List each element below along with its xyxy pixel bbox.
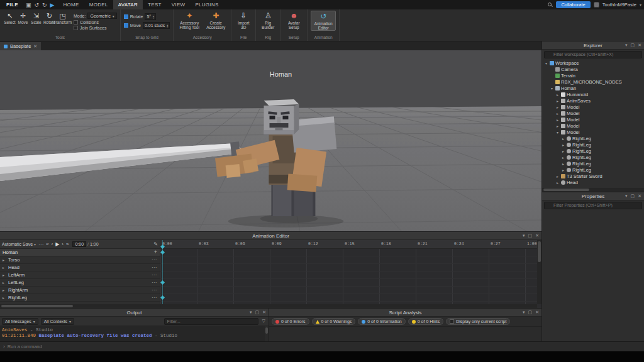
output-header[interactable]: Output ▾ ▢ ✕ — [0, 309, 269, 317]
messages-filter-dropdown[interactable]: All Messages ▾ — [2, 318, 38, 325]
create-accessory-button[interactable]: ✚ Create Accessory — [204, 11, 228, 30]
expand-arrow-icon[interactable]: ▸ — [555, 118, 560, 122]
output-vertical-scrollbar[interactable] — [265, 326, 269, 341]
timeline-vertical-scrollbar[interactable] — [537, 240, 541, 304]
tree-item-rightleg[interactable]: ▸RightLeg — [542, 154, 644, 160]
close-panel-icon[interactable]: ✕ — [535, 233, 539, 238]
tracklist-horizontal-scrollbar[interactable] — [0, 304, 160, 308]
tree-item-model[interactable]: ▸Model — [542, 123, 644, 129]
track-row-rightleg[interactable]: ▸RightLeg⋯ — [0, 294, 160, 302]
ribbon-button-move[interactable]: ✛Move — [16, 11, 30, 25]
panel-menu-icon[interactable]: ▾ — [625, 43, 628, 48]
properties-header[interactable]: Properties ▾ ▢ ✕ — [542, 192, 644, 200]
tree-item-model[interactable]: ▸Model — [542, 104, 644, 110]
expand-arrow-icon[interactable]: ▸ — [3, 295, 7, 300]
track-options-icon[interactable]: ⋯ — [152, 272, 157, 278]
expand-arrow-icon[interactable]: ▸ — [3, 265, 7, 270]
stepper-arrows-icon[interactable]: ▴▾ — [167, 24, 168, 28]
add-track-icon[interactable]: + — [154, 250, 157, 255]
track-row-leftleg[interactable]: ▸LeftLeg⋯ — [0, 279, 160, 287]
expand-arrow-icon[interactable]: ▸ — [555, 180, 560, 185]
panel-menu-icon[interactable]: ▾ — [523, 233, 525, 238]
snap-rotate-stepper[interactable]: 5° ▴▾ — [145, 13, 156, 20]
filter-funnel-icon[interactable]: ▽ — [262, 319, 265, 324]
stepper-arrows-icon[interactable]: ▴▾ — [153, 15, 154, 19]
track-row-rightarm[interactable]: ▸RightArm⋯ — [0, 287, 160, 294]
animation-editor-button[interactable]: ↺ Animation Editor — [311, 11, 336, 31]
play-icon[interactable]: ▶ — [55, 242, 59, 247]
script-analysis-chip-information[interactable]: 0 of 0 Information — [358, 318, 405, 325]
accessory-fitting-tool-button[interactable]: ✦ Accessory Fitting Tool — [177, 11, 202, 30]
expand-arrow-icon[interactable]: ▸ — [561, 168, 565, 172]
tree-item-terrain[interactable]: Terrain — [542, 72, 644, 79]
autosave-dropdown[interactable]: Automatic Save ▾ — [2, 242, 36, 246]
tree-item-homan[interactable]: ▾Homan — [542, 85, 644, 91]
username-label[interactable]: ToothInM9Paste — [602, 2, 636, 8]
tree-item-animsaves[interactable]: ▸AnimSaves — [542, 97, 644, 104]
tree-item-workspace[interactable]: ▾Workspace — [542, 60, 644, 66]
total-time-field[interactable]: 1:00 — [90, 242, 99, 246]
snap-move-stepper[interactable]: 0.01 studs ▴▾ — [143, 22, 170, 29]
timeline-body[interactable] — [160, 249, 537, 304]
skip-to-start-icon[interactable]: « — [46, 242, 48, 247]
tree-item-camera[interactable]: Camera — [542, 66, 644, 72]
tree-item-model[interactable]: ▾Model — [542, 129, 644, 135]
script-analysis-chip-hints[interactable]: 0 of 0 Hints — [408, 318, 443, 325]
expand-arrow-icon[interactable]: ▸ — [555, 99, 560, 103]
tree-item-model[interactable]: ▸Model — [542, 116, 644, 123]
snap-rotate-checkbox[interactable] — [124, 14, 128, 19]
tab-baseplate[interactable]: Baseplate ✕ — [0, 42, 41, 50]
close-panel-icon[interactable]: ✕ — [638, 43, 641, 48]
close-panel-icon[interactable]: ✕ — [535, 310, 539, 315]
tree-item-head[interactable]: ▸Head — [542, 179, 644, 185]
float-panel-icon[interactable]: ▢ — [631, 43, 635, 48]
tree-item-rightleg[interactable]: ▸RightLeg — [542, 160, 644, 167]
panel-menu-icon[interactable]: ▾ — [250, 310, 252, 315]
float-panel-icon[interactable]: ▢ — [255, 310, 260, 315]
track-options-icon[interactable]: ⋯ — [152, 280, 157, 285]
explorer-header[interactable]: Explorer ▾ ▢ ✕ — [542, 41, 644, 50]
current-script-checkbox[interactable] — [450, 319, 454, 324]
expand-arrow-icon[interactable]: ▸ — [3, 288, 7, 292]
menu-tab-model[interactable]: MODEL — [84, 0, 113, 9]
tree-item-rightleg[interactable]: ▸RightLeg — [542, 148, 644, 154]
current-time-field[interactable]: 0:00 — [72, 241, 86, 247]
avatar-setup-button[interactable]: ☻ Avatar Setup — [284, 11, 304, 30]
save-icon[interactable]: ▣ — [26, 2, 31, 8]
ribbon-button-scale[interactable]: ⇲Scale — [30, 11, 43, 25]
animation-editor-header[interactable]: Animation Editor ▾ ▢ ✕ — [0, 232, 541, 240]
tree-item-rightleg[interactable]: ▸RightLeg — [542, 167, 644, 173]
explorer-filter-input[interactable] — [544, 51, 642, 58]
contexts-filter-dropdown[interactable]: All Contexts ▾ — [41, 318, 74, 325]
track-row-leftarm[interactable]: ▸LeftArm⋯ — [0, 272, 160, 279]
output-log[interactable]: AnimSaves - Studio01:21:11.849 Baseplate… — [0, 326, 269, 341]
expand-arrow-icon[interactable]: ▾ — [550, 86, 554, 90]
expand-arrow-icon[interactable]: ▸ — [555, 105, 560, 109]
mode-dropdown[interactable]: Geometric ▾ — [87, 13, 116, 19]
tree-item-rightleg[interactable]: ▸RightLeg — [542, 135, 644, 141]
close-panel-icon[interactable]: ✕ — [638, 194, 641, 199]
timeline-horizontal-scrollbar[interactable] — [160, 304, 537, 308]
script-analysis-header[interactable]: Script Analysis ▾ ▢ ✕ — [269, 309, 541, 317]
expand-arrow-icon[interactable]: ▸ — [561, 149, 565, 153]
explorer-horizontal-scrollbar[interactable] — [542, 188, 644, 192]
tree-item-t3-starter-sword[interactable]: ▸T3 Starter Sword — [542, 173, 644, 179]
command-input[interactable] — [8, 344, 641, 349]
expand-arrow-icon[interactable]: ▸ — [555, 124, 560, 128]
expand-arrow-icon[interactable]: ▸ — [3, 280, 7, 285]
menu-tab-test[interactable]: TEST — [143, 0, 167, 9]
properties-filter-input[interactable] — [544, 202, 642, 209]
panel-menu-icon[interactable]: ▾ — [523, 310, 525, 315]
tree-item-rbx-microbone-nodes[interactable]: RBX_MICROBONE_NODES — [542, 79, 644, 85]
import-3d-button[interactable]: ⇩ Import 3D — [235, 11, 252, 30]
tree-item-rightleg[interactable]: ▸RightLeg — [542, 141, 644, 148]
track-options-icon[interactable]: ⋯ — [152, 265, 157, 270]
track-options-icon[interactable]: ⋯ — [152, 287, 157, 293]
animation-timeline[interactable]: 0:000:030:060:090:120:150:180:210:240:27… — [160, 240, 541, 308]
float-panel-icon[interactable]: ▢ — [528, 233, 533, 238]
expand-arrow-icon[interactable]: ▸ — [3, 258, 7, 262]
play-test-icon[interactable]: ▶ — [50, 2, 55, 8]
expand-arrow-icon[interactable]: ▾ — [544, 61, 548, 65]
script-analysis-chip-errors[interactable]: 0 of 0 Errors — [272, 318, 309, 325]
tree-item-model[interactable]: ▸Model — [542, 110, 644, 116]
